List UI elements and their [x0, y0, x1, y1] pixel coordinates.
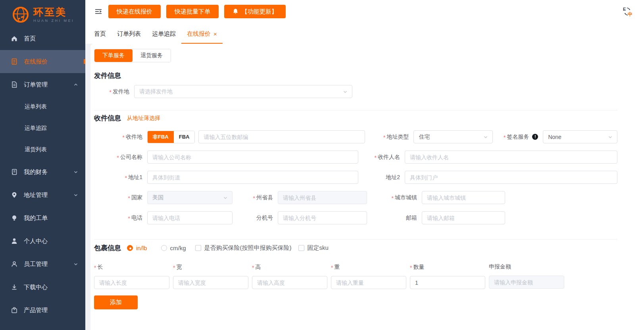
address1-input[interactable] [147, 171, 358, 184]
address2-label: 地址2 [358, 174, 405, 181]
chevron-down-icon [73, 261, 78, 268]
city-input[interactable] [422, 191, 505, 204]
declared-value-input[interactable] [489, 276, 564, 289]
sidebar-item-personal-center[interactable]: 个人中心 [0, 230, 85, 253]
checkbox-icon [195, 245, 201, 251]
fba-toggle: 非FBA FBA [147, 131, 195, 143]
email-label: 邮箱 [367, 214, 422, 222]
address-book-link[interactable]: 从地址薄选择 [127, 115, 160, 122]
sidebar-item-home[interactable]: 首页 [0, 27, 85, 50]
tab-close-icon[interactable]: × [213, 32, 217, 36]
address-type-label: * 地址类型 [365, 133, 413, 141]
insurance-checkbox[interactable]: 是否购买保险(按照申报购买保险) [195, 244, 292, 252]
company-input[interactable] [147, 151, 358, 164]
feature-update-button[interactable]: 【功能更新】 [224, 5, 286, 18]
address-type-select[interactable]: 住宅 [413, 130, 493, 143]
express-online-quote-button[interactable]: 快递在线报价 [108, 5, 161, 18]
dest-label: * 收件地 [94, 133, 147, 141]
express-batch-order-button[interactable]: 快递批量下单 [166, 5, 219, 18]
service-tabs: 下单服务 退货服务 [94, 49, 171, 62]
quantity-input[interactable] [410, 276, 485, 289]
tab-online-quote[interactable]: 在线报价 × [181, 30, 223, 44]
content: 下单服务 退货服务 发件信息 * 发件地 请选择发件地 [85, 44, 644, 330]
receiver-row-5: * 电话 分机号 邮箱 [94, 211, 617, 224]
height-input[interactable] [252, 276, 327, 289]
country-label: * 国家 [94, 194, 147, 201]
chevron-down-icon [342, 89, 348, 95]
ext-input[interactable] [278, 211, 367, 224]
finance-ledger-icon [10, 168, 18, 176]
sidebar: 环至美 HUAN ZHI MEI 首页 在线报价 订 [0, 0, 85, 330]
menu-fold-icon[interactable] [94, 8, 103, 15]
svg-text:E: E [623, 7, 626, 12]
sidebar-menu: 首页 在线报价 订单管理 运单列表 运单追踪 退货列表 [0, 27, 85, 322]
sidebar-item-staff-management[interactable]: 员工管理 [0, 253, 85, 276]
phone-input[interactable] [147, 211, 233, 224]
info-icon[interactable]: ! [532, 134, 538, 140]
width-input[interactable] [173, 276, 248, 289]
sidebar-item-address-management[interactable]: 地址管理 [0, 183, 85, 206]
country-select[interactable]: 美国 [147, 191, 233, 204]
email-input[interactable] [422, 211, 505, 224]
checkbox-icon [298, 245, 304, 251]
length-input[interactable] [94, 276, 169, 289]
package-dims-row: *长 *宽 *高 *重 [94, 263, 617, 289]
receiver-row-4: * 国家 美国 * 州省县 * 城市城镇 [94, 191, 617, 204]
declared-value-field: 申报金额 [489, 263, 564, 289]
sidebar-item-product-management[interactable]: 产品管理 [0, 299, 85, 322]
chevron-down-icon [483, 134, 488, 140]
language-switch-icon[interactable]: E 中 [622, 6, 633, 17]
chevron-down-icon [223, 195, 228, 201]
globe-logo-icon [12, 6, 29, 23]
tab-order-list[interactable]: 订单列表 [111, 30, 146, 44]
recipient-input[interactable] [405, 151, 617, 164]
weight-input[interactable] [331, 276, 406, 289]
service-tab-return[interactable]: 退货服务 [133, 49, 171, 62]
sender-section-title: 发件信息 [94, 71, 617, 80]
order-form-card: 下单服务 退货服务 发件信息 * 发件地 请选择发件地 [90, 44, 644, 330]
state-label: * 州省县 [233, 194, 278, 201]
tab-home[interactable]: 首页 [88, 30, 111, 44]
brand-name: 环至美 [33, 7, 74, 17]
radio-selected-icon [127, 245, 133, 251]
fixed-sku-checkbox[interactable]: 固定sku [298, 244, 329, 252]
unit-inlb-radio[interactable]: in/lb [127, 245, 147, 251]
length-field: *长 [94, 263, 169, 289]
toggle-fba[interactable]: FBA [174, 131, 195, 143]
origin-select[interactable]: 请选择发件地 [134, 85, 352, 98]
address2-input[interactable] [405, 171, 617, 184]
sidebar-item-my-work-orders[interactable]: 我的工单 [0, 206, 85, 230]
sender-row: * 发件地 请选择发件地 [94, 85, 617, 98]
main-area: 快递在线报价 快递批量下单 【功能更新】 E 中 [85, 0, 644, 330]
page-tabs: 首页 订单列表 运单追踪 在线报价 × [85, 23, 644, 44]
download-icon [10, 283, 18, 291]
section-divider [94, 239, 617, 239]
receiver-section-title: 收件信息 [94, 114, 121, 123]
sidebar-item-online-quote[interactable]: 在线报价 [0, 50, 85, 73]
sidebar-subitem-return-list[interactable]: 退货列表 [0, 139, 85, 160]
sidebar-subitem-waybill-list[interactable]: 运单列表 [0, 96, 85, 118]
signature-service-label: * 签名服务 ! [493, 133, 543, 141]
zip-input[interactable] [198, 130, 365, 143]
address1-label: * 地址1 [94, 174, 147, 181]
service-tab-place-order[interactable]: 下单服务 [94, 49, 133, 62]
chevron-down-icon [73, 169, 78, 176]
svg-text:中: 中 [628, 12, 632, 17]
sidebar-item-order-management[interactable]: 订单管理 [0, 73, 85, 96]
unit-cmkg-radio[interactable]: cm/kg [161, 245, 186, 251]
sidebar-item-download-center[interactable]: 下载中心 [0, 276, 85, 299]
brand-logo: 环至美 HUAN ZHI MEI [0, 0, 85, 25]
package-section-title: 包裹信息 [94, 243, 121, 253]
toggle-non-fba[interactable]: 非FBA [148, 131, 174, 143]
topbar: 快递在线报价 快递批量下单 【功能更新】 E 中 [85, 0, 644, 23]
sidebar-item-my-finance[interactable]: 我的财务 [0, 160, 85, 183]
tab-waybill-tracking[interactable]: 运单追踪 [146, 30, 181, 44]
state-input[interactable] [278, 191, 367, 204]
receiver-row-3: * 地址1 地址2 [94, 171, 617, 184]
sidebar-subitem-waybill-tracking[interactable]: 运单追踪 [0, 118, 85, 139]
signature-service-select[interactable]: None [543, 130, 617, 143]
add-package-button[interactable]: 添加 [94, 295, 138, 309]
weight-field: *重 [331, 263, 406, 289]
ext-label: 分机号 [233, 214, 278, 222]
receiver-row-2: * 公司名称 * 收件人名 [94, 151, 617, 164]
